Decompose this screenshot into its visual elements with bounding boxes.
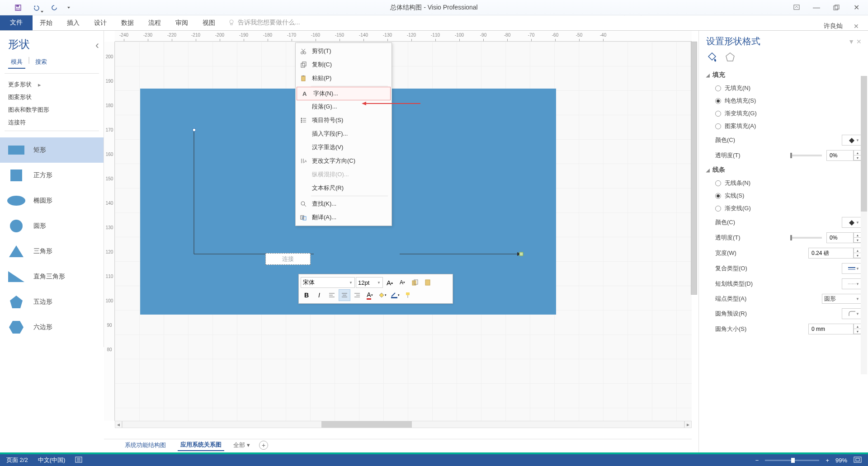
corner-size-input[interactable] bbox=[808, 324, 854, 334]
solid-fill-option[interactable]: 纯色填充(S) bbox=[706, 94, 862, 107]
line-color-icon[interactable]: ▾ bbox=[389, 289, 401, 301]
line-transparency-input[interactable] bbox=[826, 232, 854, 243]
decrease-font-icon[interactable]: A▾ bbox=[396, 277, 408, 288]
zoom-value[interactable]: 99% bbox=[835, 457, 847, 464]
qat-customize[interactable] bbox=[63, 0, 74, 15]
vertical-scrollbar[interactable] bbox=[691, 42, 698, 439]
ctx-K[interactable]: 查找(K)... bbox=[296, 197, 392, 211]
ctx-C[interactable]: A更改文字方向(C) bbox=[296, 154, 392, 168]
line-section-header[interactable]: ◢线条 bbox=[706, 163, 862, 177]
solid-line-option[interactable]: 实线(S) bbox=[706, 189, 862, 202]
macro-icon[interactable] bbox=[75, 457, 82, 464]
shape-square[interactable]: 正方形 bbox=[0, 163, 104, 188]
italic-icon[interactable]: I bbox=[313, 289, 325, 301]
dash-type-picker[interactable]: ▼ bbox=[842, 278, 862, 289]
fill-color-icon[interactable]: ▾ bbox=[377, 289, 388, 301]
tab-design[interactable]: 设计 bbox=[87, 15, 114, 30]
effects-tab-icon[interactable] bbox=[724, 51, 736, 63]
gradient-line-option[interactable]: 渐变线(G) bbox=[706, 202, 862, 215]
fill-section-header[interactable]: ◢填充 bbox=[706, 68, 862, 82]
ctx-R[interactable]: 文本标尺(R) bbox=[296, 181, 392, 195]
paste-style-icon[interactable] bbox=[422, 277, 434, 288]
shape-ellipse[interactable]: 椭圆形 bbox=[0, 188, 104, 213]
more-shapes-link[interactable]: 更多形状▸ bbox=[8, 78, 95, 91]
ctx-S[interactable]: 项目符号(S) bbox=[296, 113, 392, 127]
page-tab-2[interactable]: 应用系统关系图 bbox=[178, 439, 224, 451]
ctx-C[interactable]: 复制(C) bbox=[296, 58, 392, 71]
task-pane-options-icon[interactable]: ▼ ✕ bbox=[848, 38, 862, 45]
canvas-textbox[interactable]: 连接 bbox=[265, 253, 311, 265]
tab-home[interactable]: 开始 bbox=[33, 15, 60, 30]
compound-type-picker[interactable]: ▼ bbox=[842, 263, 862, 274]
page-indicator[interactable]: 页面 2/2 bbox=[6, 456, 28, 464]
tab-view[interactable]: 视图 bbox=[195, 15, 222, 30]
ctx-O[interactable]: 纵横混排(O)... bbox=[296, 168, 392, 181]
line-width-input[interactable] bbox=[808, 248, 854, 259]
align-right-icon[interactable] bbox=[351, 289, 363, 301]
font-size-select[interactable]: 12pt▼ bbox=[356, 277, 383, 288]
chart-math-link[interactable]: 图表和数学图形 bbox=[8, 104, 95, 116]
copy-style-icon[interactable] bbox=[409, 277, 421, 288]
tab-data[interactable]: 数据 bbox=[114, 15, 141, 30]
save-button[interactable] bbox=[9, 0, 27, 15]
scroll-left-icon[interactable]: ◄ bbox=[115, 421, 122, 428]
shape-hexagon[interactable]: 六边形 bbox=[0, 315, 104, 340]
undo-button[interactable] bbox=[27, 0, 45, 15]
page-tab-1[interactable]: 系统功能结构图 bbox=[122, 440, 169, 451]
ctx-P[interactable]: 粘贴(P) bbox=[296, 71, 392, 85]
maximize-button[interactable] bbox=[832, 3, 841, 12]
language-indicator[interactable]: 中文(中国) bbox=[38, 456, 66, 464]
shape-right-triangle[interactable]: 直角三角形 bbox=[0, 264, 104, 289]
close-button[interactable]: ✕ bbox=[852, 3, 861, 12]
no-line-option[interactable]: 无线条(N) bbox=[706, 177, 862, 189]
ctx-F[interactable]: 插入字段(F)... bbox=[296, 127, 392, 141]
drawing-canvas[interactable] bbox=[115, 42, 692, 421]
font-color-icon[interactable]: A▾ bbox=[364, 289, 376, 301]
shape-circle[interactable]: 圆形 bbox=[0, 213, 104, 239]
redo-button[interactable] bbox=[45, 0, 63, 15]
shape-triangle[interactable]: 三角形 bbox=[0, 239, 104, 264]
font-family-select[interactable]: 宋体▼ bbox=[301, 277, 355, 288]
fill-transparency-slider[interactable] bbox=[790, 155, 822, 156]
line-color-picker[interactable]: ▼ bbox=[842, 217, 862, 228]
bold-icon[interactable]: B bbox=[301, 289, 312, 301]
ribbon-options-icon[interactable] bbox=[792, 3, 801, 12]
shape-pentagon[interactable]: 五边形 bbox=[0, 289, 104, 315]
selection-handle[interactable] bbox=[193, 128, 196, 132]
zoom-slider[interactable] bbox=[765, 460, 819, 461]
corner-preset-picker[interactable]: ▼ bbox=[842, 308, 862, 319]
connectors-link[interactable]: 连接符 bbox=[8, 116, 95, 129]
tab-insert[interactable]: 插入 bbox=[60, 15, 87, 30]
zoom-out-icon[interactable]: − bbox=[755, 457, 759, 464]
collapse-icon[interactable]: ‹ bbox=[95, 39, 99, 52]
shape-rectangle[interactable]: 矩形 bbox=[0, 137, 104, 163]
align-center-icon[interactable] bbox=[339, 289, 350, 301]
increase-font-icon[interactable]: A▴ bbox=[384, 277, 396, 288]
fill-transparency-input[interactable] bbox=[826, 150, 854, 161]
subtab-search[interactable]: 搜索 bbox=[33, 56, 50, 69]
add-page-button[interactable]: + bbox=[259, 441, 268, 450]
format-panel-scrollbar[interactable] bbox=[861, 76, 867, 374]
tab-process[interactable]: 流程 bbox=[141, 15, 168, 30]
fit-page-icon[interactable] bbox=[854, 457, 862, 464]
tab-review[interactable]: 审阅 bbox=[168, 15, 195, 30]
ctx-N[interactable]: A字体(N)... bbox=[297, 87, 391, 100]
page-tab-all[interactable]: 全部 ▾ bbox=[233, 441, 250, 449]
align-left-icon[interactable] bbox=[326, 289, 338, 301]
zoom-in-icon[interactable]: + bbox=[826, 457, 829, 464]
ctx-T[interactable]: 剪切(T) bbox=[296, 44, 392, 58]
panel-close-icon[interactable]: ✕ bbox=[854, 23, 859, 30]
format-painter-icon[interactable] bbox=[402, 289, 414, 301]
ctx-V[interactable]: 汉字重选(V) bbox=[296, 141, 392, 154]
subtab-stencils[interactable]: 模具 bbox=[8, 56, 25, 69]
fill-line-tab-icon[interactable] bbox=[706, 51, 718, 63]
no-fill-option[interactable]: 无填充(N) bbox=[706, 82, 862, 94]
pattern-fill-option[interactable]: 图案填充(A) bbox=[706, 120, 862, 132]
user-name[interactable]: 许良灿 bbox=[824, 22, 843, 30]
pattern-shapes-link[interactable]: 图案形状 bbox=[8, 91, 95, 104]
fill-color-picker[interactable]: ▼ bbox=[842, 135, 862, 146]
tell-me-box[interactable]: 告诉我您想要做什么... bbox=[222, 15, 306, 30]
cap-type-select[interactable]: 圆形▼ bbox=[822, 294, 862, 304]
tab-file[interactable]: 文件 bbox=[0, 15, 33, 30]
ctx-A[interactable]: 文翻译(A)... bbox=[296, 211, 392, 224]
